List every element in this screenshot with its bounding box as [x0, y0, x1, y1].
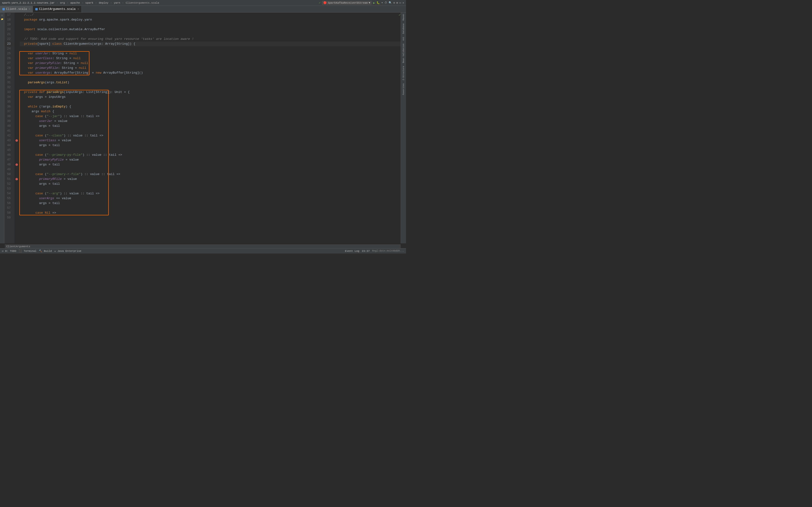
maven-panel-button[interactable]: Maven: [402, 12, 405, 22]
title-separator-1: ›: [57, 1, 58, 4]
code-line-18: package org.apache.spark.deploy.yarn: [20, 17, 401, 22]
search-button[interactable]: 🔍: [389, 1, 392, 4]
title-separator-2: ›: [67, 1, 68, 4]
code-line-42: case ("--class") :: value :: tail =>: [20, 133, 401, 138]
file-path-footer: ClientArguments: [5, 244, 401, 248]
tab-clientargs-icon: [35, 8, 38, 10]
code-line-21: [20, 32, 401, 37]
code-line-57: [20, 206, 401, 211]
breadcrumb-spark: spark: [85, 1, 93, 4]
close-icon[interactable]: ✕: [402, 1, 404, 4]
settings-icon[interactable]: ⚙: [394, 1, 395, 4]
favorites-panel-button[interactable]: Favorites: [402, 82, 405, 97]
tab-bar: Client.scala × ClientArguments.scala ×: [0, 6, 406, 12]
code-line-59: [20, 215, 401, 220]
code-line-49: [20, 167, 401, 172]
code-line-41: [20, 128, 401, 133]
status-text: 23:37: [362, 249, 370, 252]
play-button[interactable]: ▶: [373, 1, 375, 5]
z-structure-panel-button[interactable]: Z-Structure: [402, 64, 405, 81]
tab-clientarguments-scala[interactable]: ClientArguments.scala ×: [33, 6, 82, 12]
code-line-32: [20, 85, 401, 90]
breakpoints-column: [14, 12, 19, 243]
grid-icon[interactable]: ⊞: [396, 1, 398, 4]
breadcrumb-apache: apache: [70, 1, 80, 4]
code-line-51: primaryRFile = value: [20, 177, 401, 181]
run-icon: 🔴: [323, 1, 327, 4]
code-line-45: [20, 148, 401, 153]
debug-button[interactable]: 🐛: [376, 1, 380, 4]
bean-validation-panel-button[interactable]: Bean Validation: [402, 42, 405, 64]
code-line-58: case Nil =>: [20, 211, 401, 215]
ant-panel-button[interactable]: Ant: [402, 35, 405, 42]
breadcrumb-file: ClientArguments.scala: [126, 1, 159, 4]
code-line-31: parseArgs(args.toList): [20, 80, 401, 85]
line-numbers: 1718192021222324252627282930313233343536…: [4, 12, 14, 243]
code-line-43: userClass = value: [20, 138, 401, 143]
code-line-19: [20, 22, 401, 27]
code-line-38: case ("--jar") :: value :: tail =>: [20, 114, 401, 119]
code-line-55: userArgs += value: [20, 196, 401, 201]
breadcrumb-deploy: deploy: [99, 1, 108, 4]
title-separator-3: ›: [82, 1, 83, 4]
structure-icon[interactable]: ◫: [0, 13, 4, 17]
build-button[interactable]: 🔨 Build: [39, 249, 52, 252]
code-line-37: args match {: [20, 109, 401, 114]
code-line-24: [20, 46, 401, 51]
inspection-status: ✓: [399, 13, 401, 17]
code-line-33: private def parseArgs(inputArgs: List[St…: [20, 90, 401, 95]
dropdown-arrow-icon: ▼: [368, 1, 370, 4]
title-bar: spark-yarn_2.11-2.1.1-sources.jar › org …: [0, 0, 406, 6]
code-line-48: args = tail: [20, 162, 401, 167]
code-line-47: primaryPyFile = value: [20, 157, 401, 162]
code-line-23: private[spark] class ClientArguments(arg…: [20, 42, 401, 46]
main-area: ◫ 📁 171819202122232425262728293031323334…: [0, 12, 406, 243]
code-line-20: import scala.collection.mutable.ArrayBuf…: [20, 27, 401, 32]
tab-client-icon: [2, 8, 5, 10]
code-line-17: /.../: [20, 12, 401, 17]
tab-client-close[interactable]: ×: [29, 8, 30, 11]
jar-file-label: spark-yarn_2.11-2.1.1-sources.jar: [2, 1, 55, 4]
window-icon[interactable]: ▭: [400, 1, 401, 4]
code-line-50: case ("--primary-r-file") :: value :: ta…: [20, 172, 401, 177]
terminal-button[interactable]: ⬛ Terminal: [18, 249, 36, 252]
tab-clientargs-label: ClientArguments.scala: [39, 7, 75, 11]
event-log-button[interactable]: Event Log: [345, 249, 359, 252]
code-line-25: var userJar: String = null: [20, 51, 401, 56]
code-editor[interactable]: /.../ package org.apache.spark.deploy.ya…: [19, 12, 401, 243]
code-line-54: case ("--arg") :: value :: tail =>: [20, 191, 401, 196]
title-separator-5: ›: [110, 1, 112, 4]
tab-clientargs-close[interactable]: ×: [78, 8, 79, 11]
code-line-26: var userClass: String = null: [20, 56, 401, 61]
run-config-label: SparkKafkaReceiverDStream: [328, 1, 367, 4]
java-enterprise-button[interactable]: ☕ Java Enterprise: [54, 249, 81, 252]
left-sidebar: ◫ 📁: [0, 12, 4, 243]
profile-button[interactable]: ⏱: [385, 1, 387, 4]
code-line-39: userJar = value: [20, 119, 401, 124]
code-line-40: args = tail: [20, 124, 401, 128]
todo-button[interactable]: ☑ 8: TODO: [2, 249, 16, 252]
code-line-44: args = tail: [20, 143, 401, 148]
title-separator-6: ›: [122, 1, 124, 4]
database-panel-button[interactable]: Database: [402, 22, 405, 35]
breadcrumb-org: org: [60, 1, 65, 4]
right-panel: Maven Database Ant Bean Validation Z-Str…: [401, 12, 406, 243]
breadcrumb-yarn: yarn: [114, 1, 120, 4]
code-line-35: [20, 100, 401, 104]
code-line-52: args = tail: [20, 181, 401, 186]
code-line-22: // TODO: Add code and support for ensuri…: [20, 37, 401, 42]
run-debug-icon[interactable]: ✓: [319, 1, 320, 5]
code-line-30: [20, 75, 401, 80]
run-config-dropdown[interactable]: 🔴 SparkKafkaReceiverDStream ▼: [322, 1, 372, 5]
code-line-29: var userArgs: ArrayBuffer[String] = new …: [20, 70, 401, 75]
bottom-bar: ☑ 8: TODO ⬛ Terminal 🔨 Build ☕ Java Ente…: [0, 248, 406, 253]
footer-file-label: ClientArguments: [6, 245, 30, 248]
code-line-53: [20, 186, 401, 191]
coverage-button[interactable]: ☂: [382, 1, 383, 4]
code-line-34: var args = inputArgs: [20, 95, 401, 100]
code-line-36: while (!args.isEmpty) {: [20, 104, 401, 109]
check-icon: ✓: [399, 13, 401, 17]
tab-client-scala[interactable]: Client.scala ×: [0, 6, 33, 12]
code-line-56: args = tail: [20, 201, 401, 206]
project-icon[interactable]: 📁: [0, 17, 4, 21]
